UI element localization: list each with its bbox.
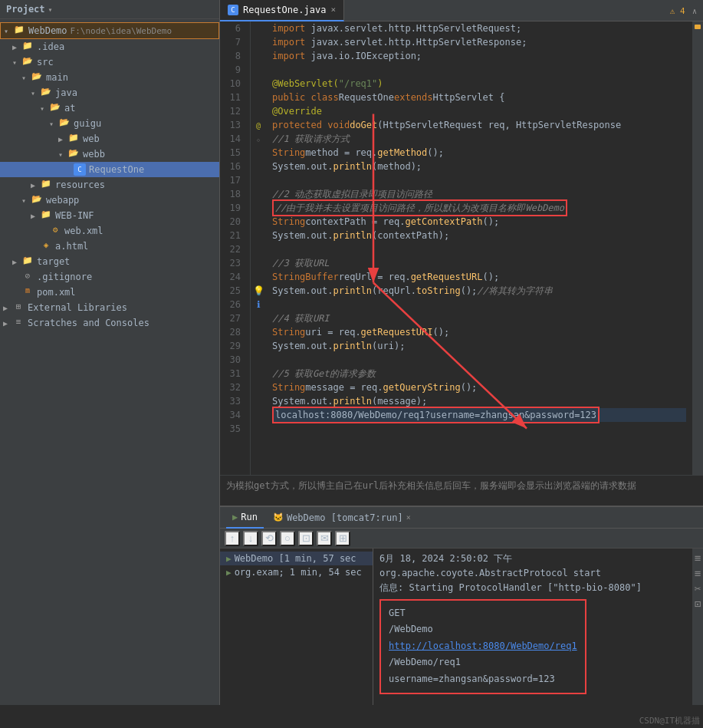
tree-item-src[interactable]: ▾ 📂 src (0, 54, 219, 70)
tree-item-main[interactable]: ▾ 📂 main (0, 70, 219, 85)
arrow-webinf: ▶ (31, 212, 40, 220)
folder-icon-java-dir: 📂 (40, 87, 52, 99)
webinf-label: WEB-INF (55, 210, 94, 221)
ln-8: 8 (220, 49, 245, 63)
code-line-6: import javax.servlet.http.HttpServletReq… (272, 21, 686, 35)
arrow-guigu: ▾ (49, 120, 58, 128)
code-line-10: @WebServlet("/req1") (272, 77, 686, 91)
pause-btn[interactable]: ○ (280, 531, 295, 546)
tab-requestone[interactable]: C RequestOne.java × (220, 0, 344, 21)
tree-item-scratches[interactable]: ▶ ≡ Scratches and Consoles (0, 315, 219, 331)
run-item-label-webdemo: WebDemo [1 min, 57 sec (235, 553, 356, 564)
code-line-34: localhost:8080/WebDemo/req1?username=zha… (272, 408, 686, 422)
arrow-resources: ▶ (31, 181, 40, 189)
output-get: GET (389, 605, 577, 622)
scratches-label: Scratches and Consoles (28, 318, 149, 328)
code-content[interactable]: import javax.servlet.http.HttpServletReq… (266, 21, 692, 475)
folder-icon-webb: 📂 (67, 148, 80, 160)
editor-more-btn[interactable]: ⚠ 4 ∧ (664, 5, 703, 16)
gutter-copy-icon[interactable]: ⊡ (695, 598, 701, 610)
tree-item-ahtml[interactable]: ◈ a.html (0, 239, 219, 254)
tree-item-webinf[interactable]: ▶ 📁 WEB-INF (0, 208, 219, 223)
run-right-gutter: ≡ ≡ ✂ ⊡ (692, 548, 703, 705)
tree-item-webxml[interactable]: ⚙ web.xml (0, 223, 219, 239)
tree-item-webdemo[interactable]: ▾ WebDemo F:\node\idea\WebDemo (0, 22, 219, 39)
tree-item-java[interactable]: ▾ 📂 java (0, 85, 219, 100)
tree-item-extlibs[interactable]: ▶ ⊞ External Libraries (0, 300, 219, 315)
gutter-scroll-2[interactable]: ≡ (695, 567, 701, 579)
ln-34: 34 (220, 408, 245, 422)
tree-item-idea[interactable]: ▶ 📁 .idea (0, 39, 219, 54)
warning-marker (695, 25, 701, 29)
run-item-icon-webdemo: ▶ (226, 554, 232, 564)
bottom-panel: ▶ Run 🐱 WebDemo [tomcat7:run] × ↑ ↓ ⟲ ○ (220, 506, 703, 705)
print-btn[interactable]: ✉ (317, 531, 332, 546)
tab-label: RequestOne.java (243, 5, 326, 15)
tree-item-at[interactable]: ▾ 📂 at (0, 100, 219, 116)
annotation-content: 为模拟get方式，所以博主自己在url后补充相关信息后回车，服务端即会显示出浏览… (226, 480, 636, 491)
ln-23: 23 (220, 256, 245, 270)
gutter-31[interactable]: 💡 (251, 284, 266, 298)
run-tab-label: Run (241, 512, 258, 522)
run-item-orgexam[interactable]: ▶ org.exam; 1 min, 54 sec (220, 565, 373, 579)
ln-29: 29 (220, 339, 245, 353)
project-label: Project (6, 4, 45, 15)
ln-28: 28 (220, 325, 245, 339)
web-label: web (83, 133, 100, 144)
tree-item-resources[interactable]: ▶ 📁 resources (0, 177, 219, 193)
step-btn[interactable]: ⊡ (298, 531, 314, 546)
code-line-13: protected void doGet(HttpServletRequest … (272, 118, 686, 132)
main-label: main (46, 72, 68, 83)
ln-25: 25 (220, 284, 245, 298)
pomxml-label: pom.xml (37, 287, 76, 298)
output-req1: /WebDemo/req1 (389, 654, 577, 671)
tree-item-guigu[interactable]: ▾ 📂 guigu (0, 116, 219, 131)
target-label: target (37, 256, 70, 267)
settings-run-btn[interactable]: ⊞ (335, 531, 350, 546)
gutter-cut-icon[interactable]: ✂ (695, 582, 701, 595)
code-line-35 (272, 422, 686, 436)
folder-icon-target: 📁 (21, 255, 34, 268)
gutter-scroll-1[interactable]: ≡ (695, 552, 701, 564)
gutter-13: @ (251, 118, 266, 132)
code-line-26 (272, 298, 686, 311)
run-tab-tomcat[interactable]: 🐱 WebDemo [tomcat7:run] × (267, 507, 417, 529)
tab-close-btn[interactable]: × (330, 5, 336, 15)
resume-btn[interactable]: ⟲ (261, 531, 277, 546)
ln-33: 33 (220, 394, 245, 408)
arrow-src: ▾ (12, 58, 21, 67)
code-line-7: import javax.servlet.http.HttpServletRes… (272, 35, 686, 49)
webb-label: webb (83, 149, 105, 160)
xml-icon: ⚙ (49, 225, 61, 237)
idea-label: .idea (37, 41, 64, 52)
stop-btn[interactable]: ↓ (243, 531, 258, 546)
arrow-extlibs: ▶ (3, 304, 12, 312)
ln-12: 12 (220, 104, 245, 118)
tree-item-web[interactable]: ▶ 📁 web (0, 131, 219, 147)
tree-item-requestone[interactable]: C RequestOne (0, 162, 219, 177)
code-line-32: String message = req.getQueryString(); (272, 380, 686, 394)
tree-item-gitignore[interactable]: ⊘ .gitignore (0, 269, 219, 285)
tree-item-webb[interactable]: ▾ 📂 webb (0, 147, 219, 162)
extlib-icon: ⊞ (12, 301, 25, 314)
code-line-23: //3 获取URL (272, 256, 686, 270)
code-line-30 (272, 353, 686, 367)
code-line-25: System.out.println(reqUrl.toString();//将… (272, 284, 686, 298)
ln-30: 30 (220, 353, 245, 367)
editor-right-gutter (692, 21, 703, 475)
resources-label: resources (55, 180, 105, 190)
folder-icon-webdemo (13, 25, 25, 37)
output-url-link[interactable]: http://localhost:8080/WebDemo/req1 (389, 638, 577, 655)
arrow-idea: ▶ (12, 43, 21, 51)
tomcat-tab-close[interactable]: × (406, 513, 411, 522)
restart-btn[interactable]: ↑ (225, 531, 240, 546)
run-toolbar: ↑ ↓ ⟲ ○ ⊡ ✉ ⊞ (220, 529, 703, 548)
warning-chevron: ∧ (692, 7, 697, 15)
tree-item-target[interactable]: ▶ 📁 target (0, 254, 219, 269)
sidebar-chevron[interactable]: ▾ (48, 5, 53, 14)
run-item-webdemo[interactable]: ▶ WebDemo [1 min, 57 sec (220, 552, 373, 565)
run-tab-run[interactable]: ▶ Run (226, 507, 264, 529)
tree-item-webapp[interactable]: ▾ 📂 webapp (0, 193, 219, 208)
localhost-link[interactable]: http://localhost:8080/WebDemo/req1 (389, 641, 577, 651)
tree-item-pomxml[interactable]: m pom.xml (0, 285, 219, 300)
